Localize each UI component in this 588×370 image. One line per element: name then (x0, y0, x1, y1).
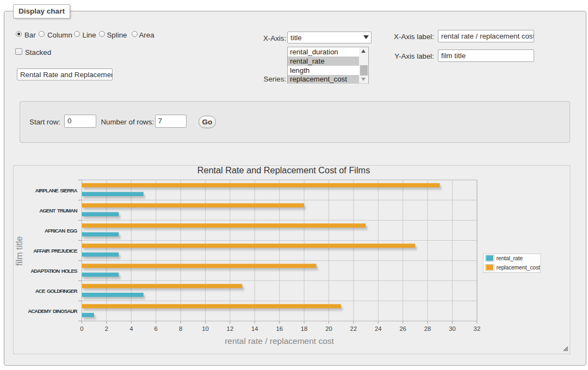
svg-text:ADAPTATION HOLES: ADAPTATION HOLES (30, 268, 78, 274)
svg-text:12: 12 (227, 325, 234, 332)
svg-text:AFFAIR PREJUDICE: AFFAIR PREJUDICE (33, 248, 78, 254)
svg-text:18: 18 (301, 325, 308, 332)
svg-text:4: 4 (129, 325, 133, 332)
svg-text:replacement_cost: replacement_cost (496, 264, 540, 271)
svg-text:28: 28 (424, 325, 431, 332)
svg-text:rental rate / replacement cost: rental rate / replacement cost (225, 336, 334, 346)
svg-text:20: 20 (325, 325, 332, 332)
svg-text:6: 6 (154, 325, 158, 332)
svg-text:2: 2 (105, 325, 108, 332)
svg-text:Rental Rate and Replacement Co: Rental Rate and Replacement Cost of Film… (197, 165, 370, 175)
svg-text:AFRICAN EGG: AFRICAN EGG (45, 228, 77, 234)
svg-text:32: 32 (474, 325, 481, 332)
svg-text:26: 26 (399, 325, 406, 332)
svg-text:0: 0 (80, 325, 83, 332)
svg-text:16: 16 (276, 325, 283, 332)
svg-text:22: 22 (350, 325, 357, 332)
svg-text:ACADEMY DINOSAUR: ACADEMY DINOSAUR (28, 308, 77, 314)
svg-text:rental_rate: rental_rate (496, 255, 523, 261)
svg-text:film title: film title (15, 236, 24, 266)
svg-text:24: 24 (375, 325, 382, 332)
svg-text:30: 30 (449, 325, 456, 332)
svg-text:10: 10 (202, 325, 209, 332)
svg-text:ACE GOLDFINGER: ACE GOLDFINGER (35, 288, 78, 294)
svg-text:AGENT TRUMAN: AGENT TRUMAN (39, 208, 77, 214)
svg-text:14: 14 (251, 325, 258, 332)
svg-text:8: 8 (179, 325, 182, 332)
svg-text:AIRPLANE SIERRA: AIRPLANE SIERRA (35, 187, 78, 193)
